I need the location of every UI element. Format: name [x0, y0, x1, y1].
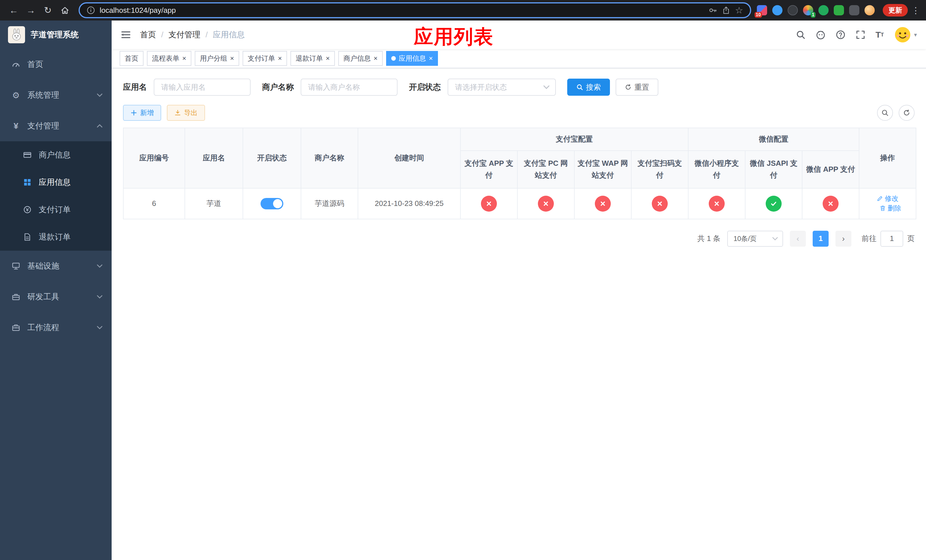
address-bar[interactable]: localhost:1024/pay/app ☆ — [79, 2, 751, 18]
extension-icon-colorwheel[interactable]: 1 — [803, 5, 813, 15]
delete-button[interactable]: 删除 — [879, 204, 901, 213]
sidebar-item-label: 首页 — [27, 59, 43, 70]
search-button[interactable]: 搜索 — [567, 79, 610, 96]
tab-home[interactable]: 首页 — [120, 51, 144, 66]
tab-app-info[interactable]: 应用信息 × — [386, 51, 438, 66]
font-size-icon[interactable]: TT — [876, 30, 884, 39]
toggle-search-button[interactable] — [877, 105, 893, 121]
extension-icon-chat[interactable] — [834, 5, 844, 15]
chevron-down-icon — [543, 84, 549, 90]
sidebar-item-system[interactable]: ⚙ 系统管理 — [0, 80, 112, 110]
close-icon[interactable]: × — [182, 55, 186, 62]
annotation-overlay: 应用列表 — [414, 24, 493, 50]
url-text[interactable]: localhost:1024/pay/app — [100, 6, 704, 15]
breadcrumb-home[interactable]: 首页 — [140, 29, 156, 40]
browser-update-button[interactable]: 更新 — [883, 4, 908, 17]
sidebar-item-app-info[interactable]: 应用信息 — [0, 169, 112, 196]
total-count: 共 1 条 — [698, 233, 720, 244]
page-info-icon[interactable] — [86, 6, 95, 15]
browser-back-icon[interactable]: ← — [6, 2, 22, 18]
status-select[interactable]: 请选择开启状态 — [448, 79, 556, 96]
status-toggle[interactable] — [260, 198, 283, 209]
sidebar-item-home[interactable]: 首页 — [0, 49, 112, 80]
breadcrumb-separator: / — [161, 30, 163, 39]
sidebar-item-dev-tools[interactable]: 研发工具 — [0, 282, 112, 312]
col-header-created: 创建时间 — [358, 128, 460, 188]
close-icon[interactable]: × — [230, 55, 234, 62]
merchant-name-label: 商户名称 — [262, 82, 294, 92]
download-icon — [174, 109, 181, 116]
browser-menu-icon[interactable]: ⋮ — [911, 5, 920, 15]
help-icon[interactable] — [836, 30, 846, 39]
cell-app-name: 芋道 — [185, 188, 243, 219]
bookmark-star-icon[interactable]: ☆ — [735, 5, 743, 16]
page-size-select[interactable]: 10条/页 — [727, 231, 783, 247]
status-label: 开启状态 — [409, 82, 441, 92]
payment-submenu: 商户信息 应用信息 支付订单 — [0, 141, 112, 251]
tab-user-group[interactable]: 用户分组 × — [195, 51, 239, 66]
tab-payment-orders[interactable]: 支付订单 × — [243, 51, 287, 66]
extension-icon-drop[interactable] — [772, 5, 782, 15]
sidebar-item-merchant-info[interactable]: 商户信息 — [0, 141, 112, 169]
close-icon[interactable]: × — [326, 55, 330, 62]
password-key-icon[interactable] — [709, 6, 717, 15]
screen: ← → ↻ localhost:1024/pay/app ☆ 10 — [0, 0, 926, 560]
app-name-input[interactable] — [154, 79, 251, 96]
app-logo-row[interactable]: 芋道管理系统 — [0, 21, 112, 49]
page-number-button[interactable]: 1 — [813, 231, 829, 247]
toggle-knob — [273, 199, 282, 208]
export-button[interactable]: 导出 — [167, 105, 205, 121]
search-icon — [881, 109, 889, 117]
search-icon[interactable] — [796, 30, 805, 39]
share-icon[interactable] — [722, 6, 730, 15]
toolbar-right-actions — [877, 105, 915, 121]
profile-avatar-icon[interactable] — [864, 5, 875, 15]
fullscreen-icon[interactable] — [856, 30, 865, 39]
cell-actions: 修改 删除 — [859, 188, 916, 219]
sidebar-item-label: 商户信息 — [39, 150, 71, 160]
tags-view-bar: 首页 流程表单 × 用户分组 × 支付订单 × 退款订单 × — [112, 49, 926, 68]
col-header-alipay-app: 支付宝 APP 支付 — [460, 151, 517, 188]
sidebar-item-payment-orders[interactable]: 支付订单 — [0, 196, 112, 223]
goto-page-input[interactable] — [881, 231, 903, 247]
reset-button[interactable]: 重置 — [616, 79, 658, 96]
browser-forward-icon[interactable]: → — [23, 2, 39, 18]
col-header-wechat-mini: 微信小程序支付 — [688, 151, 745, 188]
close-icon[interactable]: × — [429, 55, 433, 62]
sidebar-item-infrastructure[interactable]: 基础设施 — [0, 251, 112, 282]
grid-icon — [23, 178, 32, 187]
page-content: 应用名 商户名称 开启状态 请选择开启状态 搜索 重置 — [112, 68, 926, 560]
next-page-button[interactable]: › — [835, 231, 851, 247]
tab-process-form[interactable]: 流程表单 × — [147, 51, 191, 66]
close-icon[interactable]: × — [374, 55, 378, 62]
sidebar-item-payment[interactable]: ¥ 支付管理 — [0, 110, 112, 141]
sidebar-item-workflow[interactable]: 工作流程 — [0, 312, 112, 343]
sidebar: 芋道管理系统 首页 ⚙ 系统管理 ¥ 支付管理 — [0, 21, 112, 560]
close-icon[interactable]: × — [278, 55, 282, 62]
alipay-wap-status-icon — [595, 196, 611, 212]
tab-refund-orders[interactable]: 退款订单 × — [291, 51, 335, 66]
tab-merchant-info[interactable]: 商户信息 × — [338, 51, 383, 66]
breadcrumb-separator: / — [206, 30, 208, 39]
wechat-mini-status-icon — [709, 196, 725, 212]
table-row: 6 芋道 芋道源码 2021-10-23 08:49:25 — [123, 188, 916, 219]
github-icon[interactable] — [816, 30, 826, 39]
browser-home-icon[interactable] — [57, 2, 73, 18]
extension-icon-grid[interactable]: 10 — [757, 5, 767, 15]
breadcrumb-payment[interactable]: 支付管理 — [169, 29, 200, 40]
col-header-alipay-pc: 支付宝 PC 网站支付 — [517, 151, 574, 188]
merchant-name-input[interactable] — [301, 79, 398, 96]
collapse-sidebar-icon[interactable] — [121, 30, 131, 40]
refresh-table-button[interactable] — [899, 105, 915, 121]
sidebar-item-label: 支付订单 — [39, 204, 71, 215]
sidebar-item-refund-orders[interactable]: 退款订单 — [0, 223, 112, 251]
browser-reload-icon[interactable]: ↻ — [40, 2, 56, 18]
edit-button[interactable]: 修改 — [877, 194, 899, 203]
extension-icon-green-check[interactable] — [819, 5, 829, 15]
extension-icon-pin[interactable] — [849, 5, 859, 15]
add-button[interactable]: 新增 — [123, 105, 161, 121]
top-navbar: 首页 / 支付管理 / 应用信息 — [112, 21, 926, 49]
user-avatar[interactable]: ▾ — [894, 26, 917, 43]
extension-icon-dark[interactable] — [788, 5, 798, 15]
prev-page-button[interactable]: ‹ — [790, 231, 806, 247]
